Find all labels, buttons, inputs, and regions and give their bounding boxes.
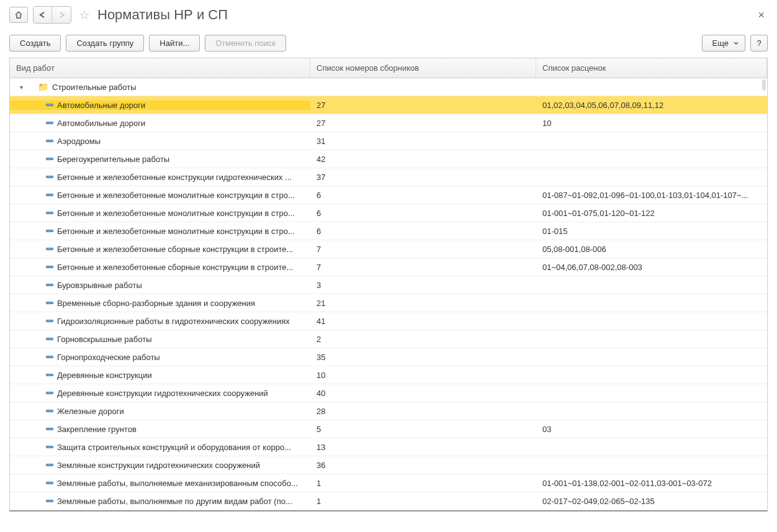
row-collection-number: 6 xyxy=(310,209,536,218)
row-name: Бетонные и железобетонные сборные констр… xyxy=(57,263,293,272)
find-button[interactable]: Найти... xyxy=(149,35,200,52)
item-icon xyxy=(46,356,53,358)
row-name: Автомобильные дороги xyxy=(57,101,145,110)
table-row[interactable]: Деревянные конструкции гидротехнических … xyxy=(10,384,767,402)
page-title: Нормативы НР и СП xyxy=(97,7,228,23)
home-icon xyxy=(14,11,23,19)
item-icon xyxy=(46,266,53,268)
row-rates: 03 xyxy=(536,425,767,434)
table-row[interactable]: Земляные конструкции гидротехнических со… xyxy=(10,456,767,474)
item-icon xyxy=(46,410,53,412)
table-row[interactable]: Гидроизоляционные работы в гидротехничес… xyxy=(10,312,767,330)
row-name: Бетонные и железобетонные конструкции ги… xyxy=(57,173,292,182)
row-collection-number: 7 xyxy=(310,263,536,272)
row-name: Гидроизоляционные работы в гидротехничес… xyxy=(57,317,290,326)
row-name: Горнопроходческие работы xyxy=(57,353,160,362)
item-icon xyxy=(46,104,53,106)
row-name: Деревянные конструкции гидротехнических … xyxy=(57,389,268,398)
row-collection-number: 6 xyxy=(310,227,536,236)
more-button[interactable]: Еще xyxy=(702,35,745,52)
item-icon xyxy=(46,212,53,214)
row-name: Горновскрышные работы xyxy=(57,335,152,344)
item-icon xyxy=(46,374,53,376)
row-collection-number: 10 xyxy=(310,371,536,380)
item-icon xyxy=(46,392,53,394)
row-name: Земляные работы, выполняемые по другим в… xyxy=(57,497,292,506)
row-collection-number: 41 xyxy=(310,317,536,326)
row-name: Железные дороги xyxy=(57,407,124,416)
item-icon xyxy=(46,464,53,466)
create-group-button[interactable]: Создать группу xyxy=(66,35,144,52)
table-row[interactable]: Бетонные и железобетонные монолитные кон… xyxy=(10,204,767,222)
favorite-star-icon[interactable]: ☆ xyxy=(76,7,92,22)
table-row[interactable]: Железные дороги28 xyxy=(10,402,767,420)
arrow-right-icon xyxy=(57,11,66,19)
table-row[interactable]: Бетонные и железобетонные сборные констр… xyxy=(10,240,767,258)
column-header-rates-list[interactable]: Список расценок xyxy=(536,58,767,78)
row-name: Берегоукрепительные работы xyxy=(57,155,169,164)
arrow-left-icon xyxy=(38,11,47,19)
item-icon xyxy=(46,122,53,124)
group-label: Строительные работы xyxy=(52,83,137,92)
table-row[interactable]: Бетонные и железобетонные монолитные кон… xyxy=(10,186,767,204)
table-row[interactable]: Бетонные и железобетонные монолитные кон… xyxy=(10,222,767,240)
row-collection-number: 37 xyxy=(310,173,536,182)
item-icon xyxy=(46,284,53,286)
row-name: Автомобильные дороги xyxy=(57,119,145,128)
row-rates: 01-015 xyxy=(536,227,767,236)
forward-button[interactable] xyxy=(52,7,71,23)
row-collection-number: 2 xyxy=(310,335,536,344)
item-icon xyxy=(46,140,53,142)
table-row[interactable]: Аэродромы31 xyxy=(10,132,767,150)
row-collection-number: 21 xyxy=(310,299,536,308)
row-rates: 01~04,06,07,08-002,08-003 xyxy=(536,263,767,272)
table-row[interactable]: Буровзрывные работы3 xyxy=(10,276,767,294)
row-name: Защита строительных конструкций и оборуд… xyxy=(57,443,291,452)
more-label: Еще xyxy=(712,38,729,48)
item-icon xyxy=(46,500,53,502)
row-collection-number: 40 xyxy=(310,389,536,398)
tree-collapse-icon[interactable]: ▾ xyxy=(20,84,23,91)
table-header: Вид работ Список номеров сборников Списо… xyxy=(10,58,767,78)
table-row[interactable]: Деревянные конструкции10 xyxy=(10,366,767,384)
column-header-collection-numbers[interactable]: Список номеров сборников xyxy=(310,58,536,78)
row-name: Земляные работы, выполняемые механизиров… xyxy=(57,479,298,488)
row-collection-number: 36 xyxy=(310,461,536,470)
row-name: Земляные конструкции гидротехнических со… xyxy=(57,461,260,470)
item-icon xyxy=(46,194,53,196)
table-row[interactable]: Берегоукрепительные работы42 xyxy=(10,150,767,168)
table-row[interactable]: Горновскрышные работы2 xyxy=(10,330,767,348)
create-button[interactable]: Создать xyxy=(9,35,61,52)
close-button[interactable]: × xyxy=(755,9,768,22)
back-button[interactable] xyxy=(34,7,52,23)
home-button[interactable] xyxy=(9,7,28,23)
tree-group-row[interactable]: ▾ 📁 Строительные работы xyxy=(10,78,767,96)
table-row[interactable]: Закрепление грунтов503 xyxy=(10,420,767,438)
column-header-work-type[interactable]: Вид работ xyxy=(10,58,310,78)
row-name: Закрепление грунтов xyxy=(57,425,137,434)
item-icon xyxy=(46,158,53,160)
table-row[interactable]: Защита строительных конструкций и оборуд… xyxy=(10,438,767,456)
table-row[interactable]: Земляные работы, выполняемые по другим в… xyxy=(10,492,767,510)
row-rates: 01,02,03,04,05,06,07,08,09,11,12 xyxy=(536,101,767,110)
table-row[interactable]: Бетонные и железобетонные сборные констр… xyxy=(10,258,767,276)
item-icon xyxy=(46,302,53,304)
table-row[interactable]: Автомобильные дороги2710 xyxy=(10,114,767,132)
row-rates: 10 xyxy=(536,119,767,128)
row-rates: 01-001~01-138,02-001~02-011,03-001~03-07… xyxy=(536,479,767,488)
scroll-indicator[interactable] xyxy=(762,79,766,91)
table-row[interactable]: Земляные работы, выполняемые механизиров… xyxy=(10,474,767,492)
row-rates: 02-017~02-049,02-065~02-135 xyxy=(536,497,767,506)
row-collection-number: 1 xyxy=(310,479,536,488)
row-collection-number: 42 xyxy=(310,155,536,164)
help-button[interactable]: ? xyxy=(750,35,768,52)
item-icon xyxy=(46,248,53,250)
table-row[interactable]: Временные сборно-разборные здания и соор… xyxy=(10,294,767,312)
row-collection-number: 3 xyxy=(310,281,536,290)
item-icon xyxy=(46,176,53,178)
row-name: Бетонные и железобетонные монолитные кон… xyxy=(57,227,295,236)
table-row[interactable]: Автомобильные дороги2701,02,03,04,05,06,… xyxy=(10,96,767,114)
table-row[interactable]: Горнопроходческие работы35 xyxy=(10,348,767,366)
table-row[interactable]: Бетонные и железобетонные конструкции ги… xyxy=(10,168,767,186)
row-rates: 01-001~01-075,01-120~01-122 xyxy=(536,209,767,218)
